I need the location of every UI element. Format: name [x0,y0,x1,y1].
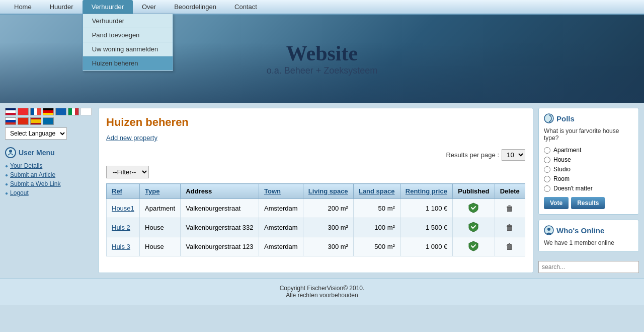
sort-ref[interactable]: Ref [112,187,122,195]
nav-over[interactable]: Over [133,0,165,14]
sort-land-space[interactable]: Land space [359,187,395,195]
poll-option-room: Room [544,175,633,182]
sort-living-space[interactable]: Living space [308,187,348,195]
poll-radio-doesnt-matter[interactable] [544,185,550,192]
sidebar-item-submit-article[interactable]: Submit an Article [5,171,93,178]
cell-published [453,237,495,256]
cell-delete: 🗑 [495,199,525,218]
th-ref: Ref [107,184,140,199]
th-published: Published [453,184,495,199]
svg-point-1 [9,150,12,153]
vote-button[interactable]: Vote [544,197,569,209]
poll-option-studio: Studio [544,166,633,173]
sidebar-links: Your Details Submit an Article Submit a … [5,162,93,196]
cell-delete: 🗑 [495,237,525,256]
published-icon[interactable] [468,240,479,251]
whos-online-icon [544,225,554,235]
table-header-row: Ref Type Address Town Living space Land … [107,184,525,199]
ref-link[interactable]: House1 [112,205,134,212]
menu-pand-toevoegen[interactable]: Pand toevoegen [83,28,173,42]
page-title: Huizen beheren [106,116,525,129]
delete-icon[interactable]: 🗑 [506,223,514,232]
menu-huizen-beheren[interactable]: Huizen beheren [83,56,173,71]
flag-de[interactable] [43,108,54,115]
svg-point-4 [547,228,550,231]
nav-beoordelingen[interactable]: Beoordelingen [165,0,225,14]
flag-no[interactable] [18,108,29,115]
site-title: Website [267,41,378,65]
published-icon[interactable] [468,202,479,213]
add-new-property-link[interactable]: Add new property [106,134,157,142]
nav-verhuurder[interactable]: Verhuurder Verhuurder Pand toevoegen Uw … [83,0,133,14]
sort-type[interactable]: Type [145,187,159,195]
polls-title: Polls [544,113,633,123]
delete-icon[interactable]: 🗑 [506,242,514,251]
cell-address: Valkenburgerstraat 123 [181,237,259,256]
published-icon[interactable] [468,221,479,232]
cell-type: House [140,237,181,256]
results-per-page-row: Results per page : 10 [106,149,525,161]
cell-delete: 🗑 [495,218,525,237]
th-delete: Delete [495,184,525,199]
polls-section: Polls What is your farvorite house type?… [538,108,639,215]
menu-woning-aanmelden[interactable]: Uw woning aanmelden [83,42,173,56]
th-town: Town [259,184,303,199]
cell-type: House [140,218,181,237]
right-panel: Polls What is your farvorite house type?… [538,108,639,273]
cell-living-space: 300 m² [303,218,353,237]
cell-renting-price: 1 500 € [400,218,452,237]
th-land-space: Land space [353,184,400,199]
poll-radio-studio[interactable] [544,166,550,173]
filter-row: --Filter-- [106,166,525,178]
flag-row-bottom [5,117,93,125]
flag-gr[interactable] [55,108,66,115]
ref-link[interactable]: Huis 2 [112,224,130,231]
flag-se[interactable] [43,117,54,125]
flag-ru[interactable] [5,117,16,125]
menu-verhuurder[interactable]: Verhuurder [83,14,173,28]
sidebar-item-submit-weblink[interactable]: Submit a Web Link [5,180,93,187]
sidebar-item-logout[interactable]: Logout [5,189,93,196]
poll-buttons: Vote Results [544,197,633,209]
cell-ref: Huis 2 [107,218,140,237]
sort-renting-price[interactable]: Renting price [406,187,447,195]
cell-published [453,199,495,218]
poll-radio-house[interactable] [544,157,550,163]
poll-radio-apartment[interactable] [544,147,550,154]
whos-online-section: Who's Online We have 1 member online [538,220,639,252]
cell-town: Amsterdam [259,237,303,256]
cell-town: Amsterdam [259,199,303,218]
cell-land-space: 500 m² [353,237,400,256]
th-address: Address [181,184,259,199]
ref-link[interactable]: Huis 3 [112,243,130,250]
nav-contact[interactable]: Contact [225,0,266,14]
flag-fr[interactable] [30,108,41,115]
flag-es[interactable] [30,117,41,125]
user-menu-header: User Menu [5,147,93,158]
poll-option-doesnt-matter: Doesn't matter [544,185,633,192]
search-input[interactable] [538,261,639,273]
flag-cn[interactable] [18,117,29,125]
sort-town[interactable]: Town [264,187,281,195]
poll-option-apartment: Apartment [544,147,633,154]
language-select[interactable]: Select Language [5,127,67,140]
main-content: Huizen beheren Add new property Results … [98,108,533,273]
sidebar: Select Language User Menu Your Details S… [5,108,93,273]
filter-select[interactable]: --Filter-- [106,166,149,178]
th-type: Type [140,184,181,199]
nav-home[interactable]: Home [5,0,41,14]
sidebar-item-your-details[interactable]: Your Details [5,162,93,169]
flag-kr[interactable] [80,108,92,115]
poll-radio-room[interactable] [544,176,550,182]
whos-online-title: Who's Online [544,225,633,235]
language-selector-wrap: Select Language [5,127,93,140]
nav-huurder[interactable]: Huurder [41,0,83,14]
results-button[interactable]: Results [571,197,605,209]
flag-gb[interactable] [5,108,16,115]
cell-land-space: 50 m² [353,199,400,218]
flag-it[interactable] [68,108,79,115]
cell-living-space: 200 m² [303,199,353,218]
cell-town: Amsterdam [259,218,303,237]
delete-icon[interactable]: 🗑 [506,204,514,213]
results-per-page-select[interactable]: 10 [502,149,525,161]
